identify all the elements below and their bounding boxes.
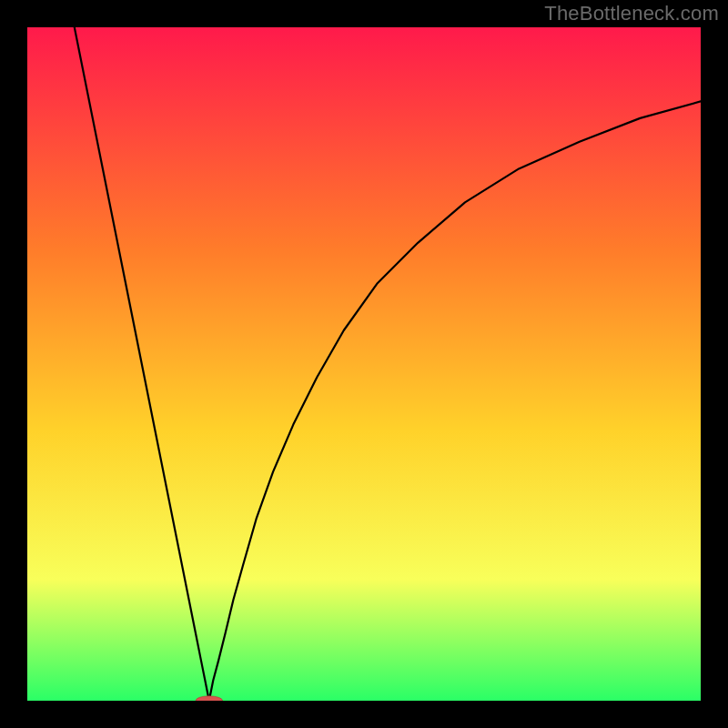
- bottleneck-chart: [27, 27, 701, 701]
- gradient-background: [27, 27, 701, 701]
- plot-area: [27, 27, 701, 701]
- watermark-text: TheBottleneck.com: [544, 2, 719, 25]
- chart-frame: TheBottleneck.com: [0, 0, 728, 728]
